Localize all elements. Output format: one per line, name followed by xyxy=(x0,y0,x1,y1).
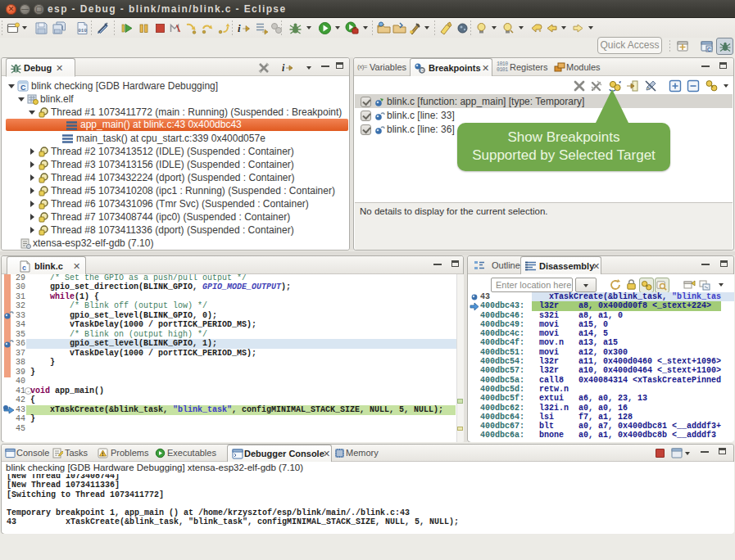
svg-text:i: i xyxy=(238,22,241,34)
svg-text:C: C xyxy=(20,84,26,92)
svg-text:C: C xyxy=(707,47,711,52)
svg-text:c: c xyxy=(22,264,26,272)
svg-text:e: e xyxy=(420,67,424,73)
svg-text:010: 010 xyxy=(78,28,87,34)
svg-text:i: i xyxy=(282,62,285,74)
